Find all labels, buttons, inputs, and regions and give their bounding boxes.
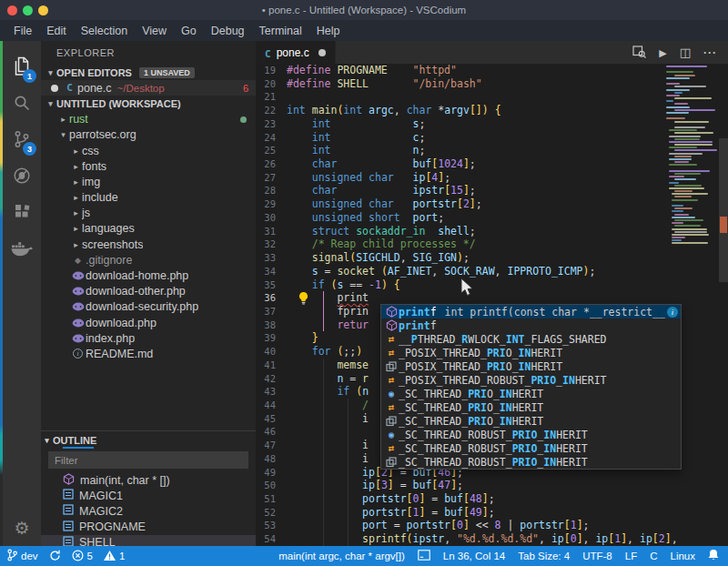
tree-item-fonts[interactable]: ▸fonts <box>41 158 256 174</box>
scrollbar-slider[interactable] <box>719 138 728 282</box>
outline-item-main-int-char[interactable]: main(int, char * []) <box>41 472 256 488</box>
activity-manage[interactable]: ⚙ <box>3 518 41 539</box>
tab-pone-c[interactable]: C pone.c <box>256 41 336 64</box>
code-line[interactable]: 24 int c; <box>256 131 728 145</box>
code-line[interactable]: 54 sprintf(ipstr, "%d.%d.%d.%d", ip[0], … <box>256 532 728 546</box>
tree-item-readme-md[interactable]: iREADME.md <box>41 346 256 361</box>
code-line[interactable]: 52 portstr[1] = buf[49]; <box>256 506 728 520</box>
tree-item-parrotsec-org[interactable]: ▾parrotsec.org <box>41 127 256 143</box>
suggestion-sc-thread-robust-prio-inherit[interactable]: ◉_SC_THREAD_ROBUST_PRIO_INHERIT <box>381 428 681 441</box>
status-eol[interactable]: LF <box>625 551 637 561</box>
tree-item-rust[interactable]: ▸rust <box>41 112 256 127</box>
tree-item-include[interactable]: ▸include <box>41 190 256 206</box>
info-icon[interactable]: i <box>667 307 678 318</box>
suggestion-printf[interactable]: printfint printf(const char *__restrict_… <box>381 305 681 318</box>
tree-item-open-editors[interactable]: ▾OPEN EDITORS1 UNSAVED <box>41 65 256 80</box>
status-sync[interactable] <box>49 550 61 563</box>
suggestion-sc-thread-prio-inherit[interactable]: ◉_SC_THREAD_PRIO_INHERIT <box>381 387 681 400</box>
activity-source-control[interactable]: 3 <box>3 123 41 159</box>
modified-dot-icon[interactable] <box>318 49 326 56</box>
code-line[interactable]: 36 print <box>256 291 728 305</box>
code-line[interactable]: 53 port = portstr[0] << 8 | portstr[1]; <box>256 519 728 532</box>
outline-header[interactable]: ▾ OUTLINE <box>41 431 256 449</box>
code-line[interactable]: 22int main(int argc, char *argv[]) { <box>256 104 728 117</box>
status-git-branch[interactable]: dev <box>7 549 38 563</box>
open-preview-icon[interactable] <box>632 45 646 61</box>
code-line[interactable]: 27 unsigned char ip[4]; <box>256 171 728 185</box>
maximize-window-button[interactable] <box>23 5 33 15</box>
code-line[interactable]: 33 signal(SIGCHLD, SIG_IGN); <box>256 251 728 265</box>
status-language-mode[interactable]: C <box>650 551 657 561</box>
status-errors[interactable]: 5 <box>72 550 93 563</box>
code-line[interactable]: 21 <box>256 90 728 104</box>
menu-file[interactable]: File <box>7 23 38 39</box>
outline-item-progname[interactable]: PROGNAME <box>41 520 256 535</box>
menu-terminal[interactable]: Terminal <box>253 23 308 39</box>
activity-explorer[interactable]: 1 <box>3 50 41 86</box>
code-line[interactable]: 50 ip[3] = buf[47]; <box>256 479 728 492</box>
status-cursor-position[interactable]: Ln 36, Col 14 <box>443 551 505 561</box>
code-line[interactable]: 51 portstr[0] = buf[48]; <box>256 492 728 506</box>
menu-selection[interactable]: Selection <box>75 23 134 39</box>
editor-scrollbar[interactable] <box>719 64 728 546</box>
suggestion-posix-thread-prio-inherit[interactable]: _POSIX_THREAD_PRIO_INHERIT <box>381 359 681 373</box>
outline-item-shell[interactable]: SHELL <box>41 535 256 546</box>
more-actions-icon[interactable]: ··· <box>703 46 717 59</box>
tree-item-download-php[interactable]: download.php <box>41 315 256 330</box>
suggestion-sc-thread-prio-inherit[interactable]: ⇄_SC_THREAD_PRIO_INHERIT <box>381 400 681 414</box>
status-encoding[interactable]: UTF-8 <box>582 551 612 561</box>
menu-help[interactable]: Help <box>310 23 347 39</box>
status-current-symbol[interactable]: main(int argc, char * argv[]) <box>278 551 405 561</box>
tree-item-pone-c[interactable]: Cpone.c~/Desktop6 <box>41 80 256 96</box>
menu-edit[interactable]: Edit <box>40 23 73 39</box>
tree-item-download-other-php[interactable]: download-other.php <box>41 284 256 299</box>
menu-view[interactable]: View <box>136 23 173 39</box>
status-os[interactable]: Linux <box>671 551 696 561</box>
activity-extensions[interactable] <box>3 196 41 232</box>
code-line[interactable]: 30 unsigned short port; <box>256 211 728 225</box>
status-warnings[interactable]: 1 <box>104 551 125 562</box>
code-line[interactable]: 34 s = socket (AF_INET, SOCK_RAW, IPPROT… <box>256 265 728 278</box>
tree-item-download-security-php[interactable]: download-security.php <box>41 299 256 315</box>
status-panel-toggle[interactable] <box>418 550 430 562</box>
suggestion-pthread-rwlock-int-flags-shared[interactable]: ⇄__PTHREAD_RWLOCK_INT_FLAGS_SHARED <box>381 332 681 346</box>
tree-item-css[interactable]: ▸css <box>41 143 256 158</box>
menu-go[interactable]: Go <box>175 23 203 39</box>
suggestion-sc-thread-robust-prio-inherit[interactable]: ⇄_SC_THREAD_ROBUST_PRIO_INHERIT <box>381 441 681 455</box>
suggestion-posix-thread-prio-inherit[interactable]: ⇄_POSIX_THREAD_PRIO_INHERIT <box>381 346 681 359</box>
tree-item-gitignore[interactable]: ◆.gitignore <box>41 252 256 268</box>
code-line[interactable]: 20#define SHELL "/bin/bash" <box>256 77 728 91</box>
activity-search[interactable] <box>3 86 41 123</box>
suggestion-posix-thread-robust-prio-inherit[interactable]: ⇄_POSIX_THREAD_ROBUST_PRIO_INHERIT <box>381 373 681 387</box>
activity-debug[interactable] <box>3 159 41 196</box>
lightbulb-icon[interactable] <box>298 292 308 308</box>
code-line[interactable]: 28 char ipstr[15]; <box>256 184 728 197</box>
code-line[interactable]: 35 if (s == -1) { <box>256 278 728 292</box>
minimize-window-button[interactable] <box>38 5 48 15</box>
tree-item-untitled-workspace[interactable]: ▾UNTITLED (WORKSPACE) <box>41 96 256 111</box>
split-editor-icon[interactable]: ◫ <box>680 45 691 59</box>
suggestion-sc-thread-robust-prio-inherit[interactable]: _SC_THREAD_ROBUST_PRIO_INHERIT <box>381 455 681 469</box>
code-line[interactable]: 29 unsigned char portstr[2]; <box>256 197 728 211</box>
tree-item-languages[interactable]: ▸languages <box>41 221 256 237</box>
activity-docker[interactable] <box>3 232 41 268</box>
tree-item-img[interactable]: ▸img <box>41 174 256 189</box>
code-line[interactable]: 32 /* Reap child processes */ <box>256 238 728 251</box>
status-notifications[interactable] <box>708 549 719 563</box>
suggestion-sc-thread-prio-inherit[interactable]: _SC_THREAD_PRIO_INHERIT <box>381 414 681 428</box>
tree-item-screenshots[interactable]: ▸screenshots <box>41 237 256 252</box>
run-file-icon[interactable]: ▶ <box>659 46 666 59</box>
menu-debug[interactable]: Debug <box>205 23 251 39</box>
code-line[interactable]: 19#define PROGNAME "httpd" <box>256 64 728 77</box>
tree-item-index-php[interactable]: index.php <box>41 330 256 346</box>
tree-item-js[interactable]: ▸js <box>41 206 256 221</box>
outline-filter-input[interactable] <box>48 451 248 469</box>
code-line[interactable]: 25 int n; <box>256 144 728 157</box>
code-line[interactable]: 23 int s; <box>256 117 728 131</box>
status-indentation[interactable]: Tab Size: 4 <box>518 551 570 561</box>
code-line[interactable]: 31 struct sockaddr_in shell; <box>256 225 728 238</box>
suggestion-printf[interactable]: printf <box>381 318 681 332</box>
outline-item-magic2[interactable]: MAGIC2 <box>41 503 256 519</box>
code-line[interactable]: 26 char buf[1024]; <box>256 157 728 171</box>
outline-item-magic1[interactable]: MAGIC1 <box>41 488 256 503</box>
